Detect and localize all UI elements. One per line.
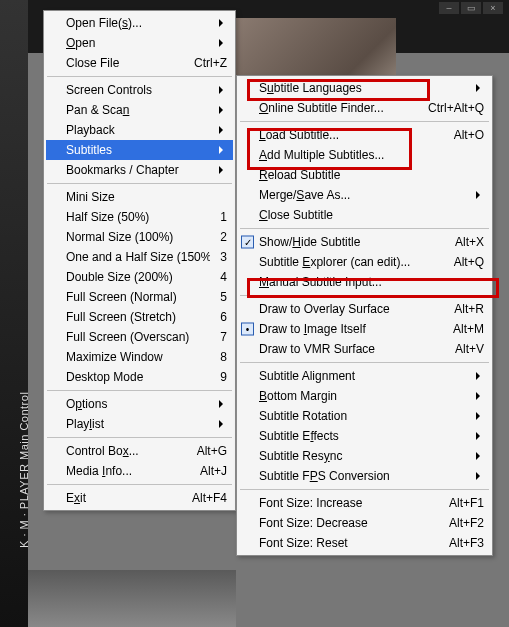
menu-separator (47, 484, 232, 485)
menu-item-label: Font Size: Decrease (259, 516, 439, 530)
menu-item-label: Full Screen (Normal) (66, 290, 210, 304)
menu-item[interactable]: Online Subtitle Finder...Ctrl+Alt+Q (239, 98, 490, 118)
menu-item-label: Draw to Image Itself (259, 322, 443, 336)
menu-item-accelerator: Alt+Q (454, 255, 484, 269)
menu-item-accelerator: 8 (220, 350, 227, 364)
menu-item-accelerator: Alt+F2 (449, 516, 484, 530)
menu-item[interactable]: Draw to VMR SurfaceAlt+V (239, 339, 490, 359)
menu-item[interactable]: •Draw to Image ItselfAlt+M (239, 319, 490, 339)
menu-item-label: Show/Hide Subtitle (259, 235, 445, 249)
menu-item-label: Draw to Overlay Surface (259, 302, 444, 316)
menu-item-accelerator: 6 (220, 310, 227, 324)
menu-item-label: Exit (66, 491, 182, 505)
menu-item[interactable]: Subtitles (46, 140, 233, 160)
menu-item-label: Manual Subtitle Input... (259, 275, 484, 289)
menu-item-label: Subtitle Explorer (can edit)... (259, 255, 444, 269)
player-controls-background (0, 570, 236, 627)
menu-separator (47, 183, 232, 184)
menu-item[interactable]: Screen Controls (46, 80, 233, 100)
menu-item-accelerator: 7 (220, 330, 227, 344)
menu-item-label: Close File (66, 56, 184, 70)
menu-item[interactable]: Reload Subtitle (239, 165, 490, 185)
menu-item[interactable]: Options (46, 394, 233, 414)
menu-item[interactable]: Subtitle Languages (239, 78, 490, 98)
menu-item[interactable]: Desktop Mode9 (46, 367, 233, 387)
menu-item-accelerator: Alt+M (453, 322, 484, 336)
menu-item[interactable]: Media Info...Alt+J (46, 461, 233, 481)
menu-item[interactable]: Playlist (46, 414, 233, 434)
maximize-button[interactable]: ▭ (461, 2, 481, 14)
menu-item-accelerator: Alt+F1 (449, 496, 484, 510)
menu-item[interactable]: Draw to Overlay SurfaceAlt+R (239, 299, 490, 319)
menu-item[interactable]: Font Size: IncreaseAlt+F1 (239, 493, 490, 513)
menu-separator (240, 362, 489, 363)
menu-item-label: Full Screen (Overscan) (66, 330, 210, 344)
menu-item[interactable]: Subtitle Explorer (can edit)...Alt+Q (239, 252, 490, 272)
menu-item-label: Media Info... (66, 464, 190, 478)
menu-item[interactable]: Load Subtitle...Alt+O (239, 125, 490, 145)
menu-item[interactable]: Font Size: DecreaseAlt+F2 (239, 513, 490, 533)
menu-item[interactable]: Manual Subtitle Input... (239, 272, 490, 292)
menu-item-label: Draw to VMR Surface (259, 342, 445, 356)
menu-item[interactable]: ExitAlt+F4 (46, 488, 233, 508)
menu-item-label: Pan & Scan (66, 103, 227, 117)
menu-item[interactable]: Full Screen (Normal)5 (46, 287, 233, 307)
menu-item-accelerator: 4 (220, 270, 227, 284)
menu-separator (47, 437, 232, 438)
menu-item-label: Subtitle Alignment (259, 369, 484, 383)
menu-item-label: Normal Size (100%) (66, 230, 210, 244)
menu-item[interactable]: Subtitle FPS Conversion (239, 466, 490, 486)
close-button[interactable]: × (483, 2, 503, 14)
menu-item[interactable]: Mini Size (46, 187, 233, 207)
menu-item-label: Open File(s)... (66, 16, 227, 30)
menu-separator (240, 228, 489, 229)
menu-item[interactable]: Bookmarks / Chapter (46, 160, 233, 180)
menu-item[interactable]: Pan & Scan (46, 100, 233, 120)
menu-item-label: Bottom Margin (259, 389, 484, 403)
app-sidebar-label: K · M · PLAYER Main Control (18, 392, 30, 548)
menu-item-accelerator: Ctrl+Alt+Q (428, 101, 484, 115)
menu-item-accelerator: 9 (220, 370, 227, 384)
menu-item[interactable]: Bottom Margin (239, 386, 490, 406)
menu-item[interactable]: ✓Show/Hide SubtitleAlt+X (239, 232, 490, 252)
menu-item[interactable]: Double Size (200%)4 (46, 267, 233, 287)
menu-item[interactable]: Full Screen (Stretch)6 (46, 307, 233, 327)
menu-item-label: Open (66, 36, 227, 50)
menu-item-label: Close Subtitle (259, 208, 484, 222)
radio-icon: • (241, 323, 254, 336)
menu-item-label: Options (66, 397, 227, 411)
minimize-button[interactable]: – (439, 2, 459, 14)
menu-item[interactable]: Control Box...Alt+G (46, 441, 233, 461)
menu-item[interactable]: One and a Half Size (150%)3 (46, 247, 233, 267)
menu-item[interactable]: Merge/Save As... (239, 185, 490, 205)
menu-item[interactable]: Normal Size (100%)2 (46, 227, 233, 247)
menu-item[interactable]: Open (46, 33, 233, 53)
menu-item-label: Screen Controls (66, 83, 227, 97)
menu-item[interactable]: Close FileCtrl+Z (46, 53, 233, 73)
menu-item[interactable]: Subtitle Effects (239, 426, 490, 446)
menu-item[interactable]: Close Subtitle (239, 205, 490, 225)
menu-separator (240, 489, 489, 490)
menu-item-label: Maximize Window (66, 350, 210, 364)
menu-item[interactable]: Full Screen (Overscan)7 (46, 327, 233, 347)
app-sidebar: K · M · PLAYER Main Control (0, 0, 28, 627)
menu-item-accelerator: Alt+V (455, 342, 484, 356)
menu-item[interactable]: Playback (46, 120, 233, 140)
menu-item-label: Desktop Mode (66, 370, 210, 384)
menu-item[interactable]: Subtitle Rotation (239, 406, 490, 426)
menu-item[interactable]: Font Size: ResetAlt+F3 (239, 533, 490, 553)
menu-item-label: Mini Size (66, 190, 227, 204)
menu-item[interactable]: Open File(s)... (46, 13, 233, 33)
menu-item[interactable]: Half Size (50%)1 (46, 207, 233, 227)
menu-item[interactable]: Add Multiple Subtitles... (239, 145, 490, 165)
menu-item-accelerator: Alt+G (197, 444, 227, 458)
menu-item-accelerator: 3 (220, 250, 227, 264)
menu-item-accelerator: 5 (220, 290, 227, 304)
menu-item-label: Control Box... (66, 444, 187, 458)
menu-separator (240, 121, 489, 122)
menu-item[interactable]: Subtitle Resync (239, 446, 490, 466)
menu-item[interactable]: Subtitle Alignment (239, 366, 490, 386)
menu-item-accelerator: Ctrl+Z (194, 56, 227, 70)
menu-item[interactable]: Maximize Window8 (46, 347, 233, 367)
menu-separator (47, 76, 232, 77)
